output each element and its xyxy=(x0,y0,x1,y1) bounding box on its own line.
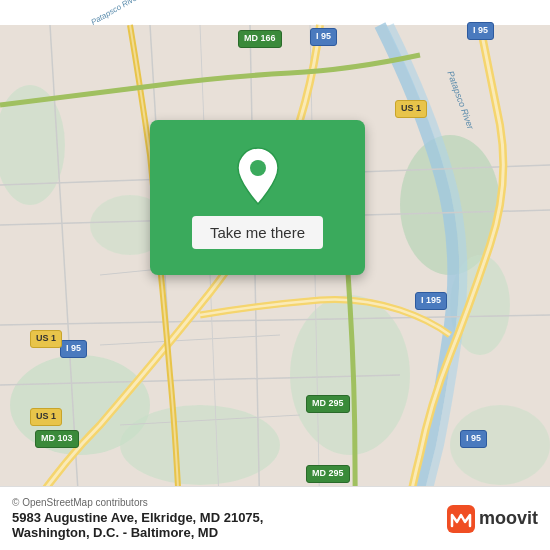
road-badge-md166: MD 166 xyxy=(238,30,282,48)
road-badge-md295-2: MD 295 xyxy=(306,465,350,483)
moovit-icon xyxy=(447,505,475,533)
road-badge-i95-n: I 95 xyxy=(310,28,337,46)
address-line2: Washington, D.C. - Baltimore, MD xyxy=(12,525,218,540)
road-badge-i95-s: I 95 xyxy=(60,340,87,358)
road-badge-i95-se: I 95 xyxy=(460,430,487,448)
location-pin-icon xyxy=(233,146,283,206)
moovit-text: moovit xyxy=(479,508,538,529)
road-badge-md103: MD 103 xyxy=(35,430,79,448)
location-card[interactable]: Take me there xyxy=(150,120,365,275)
map-svg xyxy=(0,0,550,550)
address-line: 5983 Augustine Ave, Elkridge, MD 21075, … xyxy=(12,510,263,540)
moovit-logo: moovit xyxy=(447,505,538,533)
svg-point-21 xyxy=(250,160,266,176)
road-badge-i95-e: I 95 xyxy=(467,22,494,40)
road-badge-us1-bot: US 1 xyxy=(30,408,62,426)
road-badge-us1-top: US 1 xyxy=(395,100,427,118)
road-badge-md295: MD 295 xyxy=(306,395,350,413)
road-badge-us1-mid: US 1 xyxy=(30,330,62,348)
take-me-there-button[interactable]: Take me there xyxy=(192,216,323,249)
address-section: © OpenStreetMap contributors 5983 August… xyxy=(12,497,263,540)
osm-attribution: © OpenStreetMap contributors xyxy=(12,497,263,508)
map-container: I 95 I 95 I 95 I 195 I 95 US 1 US 1 US 1… xyxy=(0,0,550,550)
address-line1: 5983 Augustine Ave, Elkridge, MD 21075, xyxy=(12,510,263,525)
info-bar: © OpenStreetMap contributors 5983 August… xyxy=(0,486,550,550)
road-badge-i195: I 195 xyxy=(415,292,447,310)
